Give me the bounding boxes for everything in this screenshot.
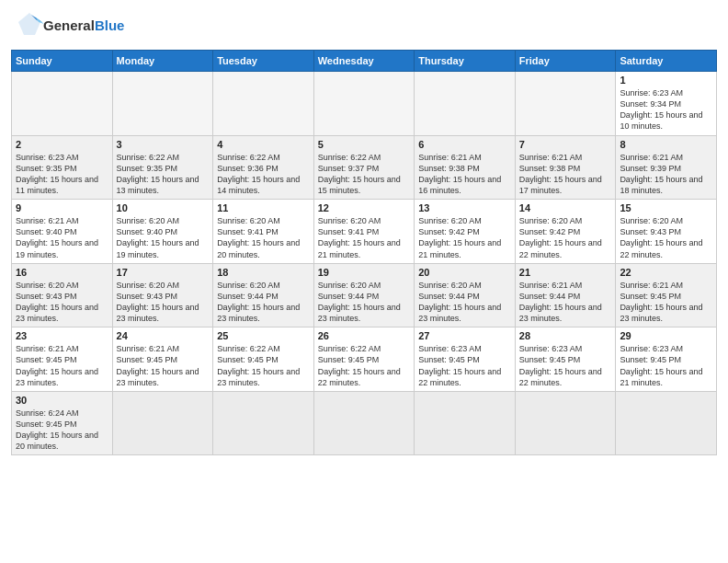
day-info: Sunrise: 6:21 AM Sunset: 9:45 PM Dayligh… [620, 280, 712, 325]
table-row: 27Sunrise: 6:23 AM Sunset: 9:45 PM Dayli… [415, 327, 516, 392]
day-info: Sunrise: 6:20 AM Sunset: 9:43 PM Dayligh… [117, 280, 210, 325]
col-friday: Friday [515, 51, 616, 72]
day-info: Sunrise: 6:23 AM Sunset: 9:45 PM Dayligh… [519, 343, 612, 388]
table-row [213, 72, 314, 136]
calendar-week-row: 30Sunrise: 6:24 AM Sunset: 9:45 PM Dayli… [12, 391, 717, 455]
table-row: 26Sunrise: 6:22 AM Sunset: 9:45 PM Dayli… [313, 327, 415, 392]
day-number: 27 [418, 330, 511, 341]
calendar-week-row: 2Sunrise: 6:23 AM Sunset: 9:35 PM Daylig… [12, 135, 717, 200]
col-tuesday: Tuesday [213, 51, 314, 72]
day-info: Sunrise: 6:20 AM Sunset: 9:42 PM Dayligh… [418, 215, 511, 260]
table-row [515, 72, 616, 136]
calendar-table: Sunday Monday Tuesday Wednesday Thursday… [11, 50, 717, 455]
table-row: 16Sunrise: 6:20 AM Sunset: 9:43 PM Dayli… [12, 263, 113, 327]
table-row [313, 391, 415, 455]
svg-marker-1 [18, 13, 40, 35]
table-row: 7Sunrise: 6:21 AM Sunset: 9:38 PM Daylig… [515, 135, 616, 200]
day-number: 1 [620, 75, 712, 86]
col-thursday: Thursday [415, 51, 516, 72]
table-row: 5Sunrise: 6:22 AM Sunset: 9:37 PM Daylig… [313, 135, 415, 200]
day-number: 19 [318, 267, 411, 278]
day-info: Sunrise: 6:20 AM Sunset: 9:44 PM Dayligh… [418, 280, 511, 325]
day-info: Sunrise: 6:21 AM Sunset: 9:38 PM Dayligh… [418, 152, 511, 197]
table-row: 3Sunrise: 6:22 AM Sunset: 9:35 PM Daylig… [112, 135, 213, 200]
table-row [213, 391, 314, 455]
calendar-week-row: 16Sunrise: 6:20 AM Sunset: 9:43 PM Dayli… [12, 263, 717, 327]
day-number: 14 [519, 202, 612, 213]
day-number: 3 [117, 139, 210, 150]
day-info: Sunrise: 6:23 AM Sunset: 9:34 PM Dayligh… [620, 87, 712, 132]
page: GeneralBlue Sunday Monday Tuesday Wednes… [0, 0, 728, 465]
table-row: 9Sunrise: 6:21 AM Sunset: 9:40 PM Daylig… [12, 200, 113, 264]
table-row: 18Sunrise: 6:20 AM Sunset: 9:44 PM Dayli… [213, 263, 314, 327]
day-info: Sunrise: 6:20 AM Sunset: 9:40 PM Dayligh… [117, 215, 210, 260]
calendar-header-row: Sunday Monday Tuesday Wednesday Thursday… [12, 51, 717, 72]
table-row: 20Sunrise: 6:20 AM Sunset: 9:44 PM Dayli… [415, 263, 516, 327]
table-row: 10Sunrise: 6:20 AM Sunset: 9:40 PM Dayli… [112, 200, 213, 264]
day-number: 13 [418, 202, 511, 213]
table-row: 1Sunrise: 6:23 AM Sunset: 9:34 PM Daylig… [616, 72, 717, 136]
table-row: 2Sunrise: 6:23 AM Sunset: 9:35 PM Daylig… [12, 135, 113, 200]
col-saturday: Saturday [616, 51, 717, 72]
calendar-week-row: 1Sunrise: 6:23 AM Sunset: 9:34 PM Daylig… [12, 72, 717, 136]
logo: GeneralBlue [11, 9, 124, 42]
day-info: Sunrise: 6:21 AM Sunset: 9:45 PM Dayligh… [117, 343, 210, 388]
day-info: Sunrise: 6:20 AM Sunset: 9:43 PM Dayligh… [16, 280, 108, 325]
table-row [12, 72, 113, 136]
day-info: Sunrise: 6:22 AM Sunset: 9:36 PM Dayligh… [217, 152, 310, 197]
table-row: 25Sunrise: 6:22 AM Sunset: 9:45 PM Dayli… [213, 327, 314, 392]
day-info: Sunrise: 6:23 AM Sunset: 9:45 PM Dayligh… [620, 343, 712, 388]
day-info: Sunrise: 6:22 AM Sunset: 9:45 PM Dayligh… [318, 343, 411, 388]
day-info: Sunrise: 6:20 AM Sunset: 9:44 PM Dayligh… [318, 280, 411, 325]
col-wednesday: Wednesday [313, 51, 415, 72]
table-row [616, 391, 717, 455]
day-info: Sunrise: 6:20 AM Sunset: 9:43 PM Dayligh… [620, 215, 712, 260]
day-info: Sunrise: 6:22 AM Sunset: 9:37 PM Dayligh… [318, 152, 411, 197]
table-row [112, 72, 213, 136]
day-number: 20 [418, 267, 511, 278]
day-number: 10 [117, 202, 210, 213]
day-info: Sunrise: 6:20 AM Sunset: 9:44 PM Dayligh… [217, 280, 310, 325]
table-row: 29Sunrise: 6:23 AM Sunset: 9:45 PM Dayli… [616, 327, 717, 392]
day-number: 17 [117, 267, 210, 278]
table-row: 15Sunrise: 6:20 AM Sunset: 9:43 PM Dayli… [616, 200, 717, 264]
day-number: 5 [318, 139, 411, 150]
table-row: 21Sunrise: 6:21 AM Sunset: 9:44 PM Dayli… [515, 263, 616, 327]
calendar-week-row: 9Sunrise: 6:21 AM Sunset: 9:40 PM Daylig… [12, 200, 717, 264]
day-number: 22 [620, 267, 712, 278]
day-number: 26 [318, 330, 411, 341]
table-row [313, 72, 415, 136]
day-number: 25 [217, 330, 310, 341]
table-row [515, 391, 616, 455]
day-info: Sunrise: 6:21 AM Sunset: 9:40 PM Dayligh… [16, 215, 108, 260]
table-row [415, 72, 516, 136]
table-row [112, 391, 213, 455]
table-row: 23Sunrise: 6:21 AM Sunset: 9:45 PM Dayli… [12, 327, 113, 392]
table-row: 22Sunrise: 6:21 AM Sunset: 9:45 PM Dayli… [616, 263, 717, 327]
calendar-week-row: 23Sunrise: 6:21 AM Sunset: 9:45 PM Dayli… [12, 327, 717, 392]
table-row: 8Sunrise: 6:21 AM Sunset: 9:39 PM Daylig… [616, 135, 717, 200]
day-info: Sunrise: 6:23 AM Sunset: 9:45 PM Dayligh… [418, 343, 511, 388]
day-number: 23 [16, 330, 108, 341]
day-number: 7 [519, 139, 612, 150]
table-row: 12Sunrise: 6:20 AM Sunset: 9:41 PM Dayli… [313, 200, 415, 264]
day-number: 9 [16, 202, 108, 213]
day-info: Sunrise: 6:24 AM Sunset: 9:45 PM Dayligh… [16, 408, 108, 453]
day-number: 24 [117, 330, 210, 341]
day-number: 28 [519, 330, 612, 341]
day-number: 16 [16, 267, 108, 278]
day-info: Sunrise: 6:20 AM Sunset: 9:41 PM Dayligh… [318, 215, 411, 260]
day-number: 2 [16, 139, 108, 150]
day-info: Sunrise: 6:20 AM Sunset: 9:42 PM Dayligh… [519, 215, 612, 260]
day-number: 18 [217, 267, 310, 278]
table-row: 30Sunrise: 6:24 AM Sunset: 9:45 PM Dayli… [12, 391, 113, 455]
table-row [415, 391, 516, 455]
table-row: 28Sunrise: 6:23 AM Sunset: 9:45 PM Dayli… [515, 327, 616, 392]
table-row: 14Sunrise: 6:20 AM Sunset: 9:42 PM Dayli… [515, 200, 616, 264]
day-number: 21 [519, 267, 612, 278]
day-number: 6 [418, 139, 511, 150]
table-row: 4Sunrise: 6:22 AM Sunset: 9:36 PM Daylig… [213, 135, 314, 200]
day-info: Sunrise: 6:21 AM Sunset: 9:45 PM Dayligh… [16, 343, 108, 388]
day-info: Sunrise: 6:21 AM Sunset: 9:44 PM Dayligh… [519, 280, 612, 325]
day-number: 11 [217, 202, 310, 213]
